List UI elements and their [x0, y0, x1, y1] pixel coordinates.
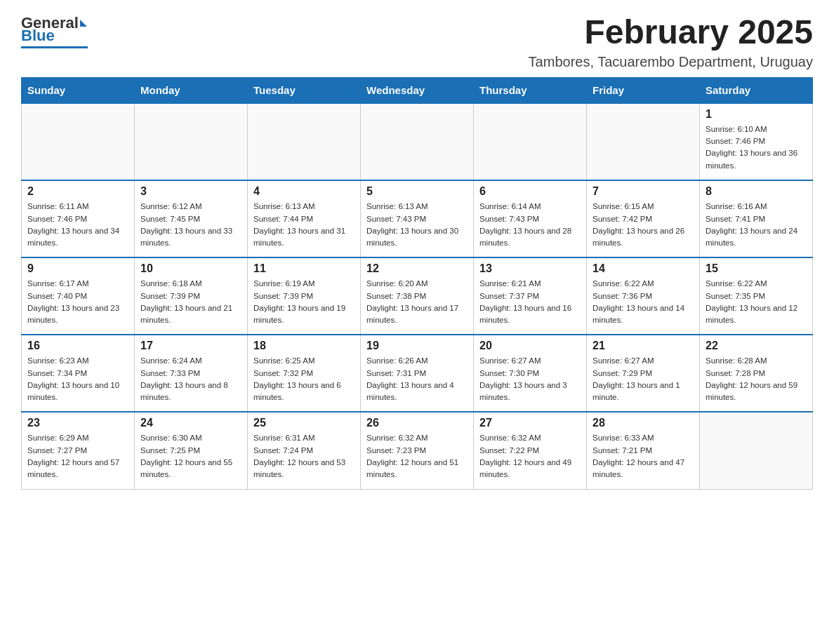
- day-info: Sunrise: 6:32 AMSunset: 7:23 PMDaylight:…: [366, 432, 468, 481]
- calendar-week-1: 1Sunrise: 6:10 AMSunset: 7:46 PMDaylight…: [22, 103, 813, 180]
- day-number: 21: [593, 340, 694, 352]
- day-number: 3: [140, 185, 241, 198]
- day-info: Sunrise: 6:14 AMSunset: 7:43 PMDaylight:…: [479, 201, 581, 249]
- calendar-cell: 15Sunrise: 6:22 AMSunset: 7:35 PMDayligh…: [700, 257, 813, 335]
- day-number: 28: [593, 417, 694, 429]
- day-info: Sunrise: 6:28 AMSunset: 7:28 PMDaylight:…: [706, 355, 807, 403]
- day-number: 19: [366, 340, 468, 352]
- day-info: Sunrise: 6:26 AMSunset: 7:31 PMDaylight:…: [366, 355, 468, 403]
- logo-triangle-icon: [80, 20, 87, 27]
- day-info: Sunrise: 6:13 AMSunset: 7:44 PMDaylight:…: [253, 201, 355, 249]
- day-info: Sunrise: 6:31 AMSunset: 7:24 PMDaylight:…: [253, 432, 355, 481]
- day-number: 26: [366, 417, 468, 429]
- calendar-cell: 19Sunrise: 6:26 AMSunset: 7:31 PMDayligh…: [361, 335, 474, 412]
- calendar-cell: 3Sunrise: 6:12 AMSunset: 7:45 PMDaylight…: [135, 180, 248, 257]
- day-number: 16: [27, 340, 128, 352]
- calendar-cell: 27Sunrise: 6:32 AMSunset: 7:22 PMDayligh…: [474, 412, 587, 489]
- logo-blue-text: Blue: [21, 27, 55, 45]
- calendar-cell: 24Sunrise: 6:30 AMSunset: 7:25 PMDayligh…: [135, 412, 248, 489]
- day-number: 14: [593, 262, 694, 275]
- day-number: 6: [479, 185, 581, 198]
- calendar-cell: [700, 412, 813, 489]
- calendar-cell: 2Sunrise: 6:11 AMSunset: 7:46 PMDaylight…: [22, 180, 135, 257]
- day-number: 5: [366, 185, 468, 198]
- day-number: 10: [140, 262, 241, 275]
- day-number: 18: [253, 340, 355, 352]
- day-info: Sunrise: 6:20 AMSunset: 7:38 PMDaylight:…: [366, 278, 468, 326]
- day-info: Sunrise: 6:19 AMSunset: 7:39 PMDaylight:…: [253, 278, 355, 326]
- calendar-cell: [361, 103, 474, 180]
- day-info: Sunrise: 6:18 AMSunset: 7:39 PMDaylight:…: [140, 278, 241, 326]
- day-info: Sunrise: 6:23 AMSunset: 7:34 PMDaylight:…: [27, 355, 128, 403]
- col-header-sunday: Sunday: [22, 77, 135, 104]
- calendar-cell: 14Sunrise: 6:22 AMSunset: 7:36 PMDayligh…: [587, 257, 700, 335]
- day-number: 27: [479, 417, 581, 429]
- page-header: General Blue February 2025 Tambores, Tac…: [21, 14, 813, 70]
- day-number: 11: [253, 262, 355, 275]
- day-number: 23: [27, 417, 128, 429]
- calendar-week-2: 2Sunrise: 6:11 AMSunset: 7:46 PMDaylight…: [22, 180, 813, 257]
- day-number: 20: [479, 340, 581, 352]
- day-info: Sunrise: 6:17 AMSunset: 7:40 PMDaylight:…: [27, 278, 128, 326]
- day-info: Sunrise: 6:12 AMSunset: 7:45 PMDaylight:…: [140, 201, 241, 249]
- calendar-cell: 9Sunrise: 6:17 AMSunset: 7:40 PMDaylight…: [22, 257, 135, 335]
- calendar-cell: 20Sunrise: 6:27 AMSunset: 7:30 PMDayligh…: [474, 335, 587, 412]
- calendar-cell: 6Sunrise: 6:14 AMSunset: 7:43 PMDaylight…: [474, 180, 587, 257]
- calendar-header-row: SundayMondayTuesdayWednesdayThursdayFrid…: [22, 77, 813, 104]
- calendar-cell: [22, 103, 135, 180]
- day-number: 2: [27, 185, 128, 198]
- calendar-cell: 21Sunrise: 6:27 AMSunset: 7:29 PMDayligh…: [587, 335, 700, 412]
- calendar-cell: 16Sunrise: 6:23 AMSunset: 7:34 PMDayligh…: [22, 335, 135, 412]
- day-number: 9: [27, 262, 128, 275]
- calendar-cell: 26Sunrise: 6:32 AMSunset: 7:23 PMDayligh…: [361, 412, 474, 489]
- day-info: Sunrise: 6:25 AMSunset: 7:32 PMDaylight:…: [253, 355, 355, 403]
- calendar-week-3: 9Sunrise: 6:17 AMSunset: 7:40 PMDaylight…: [22, 257, 813, 335]
- day-info: Sunrise: 6:33 AMSunset: 7:21 PMDaylight:…: [593, 432, 694, 481]
- day-info: Sunrise: 6:22 AMSunset: 7:35 PMDaylight:…: [706, 278, 807, 326]
- day-info: Sunrise: 6:11 AMSunset: 7:46 PMDaylight:…: [27, 201, 128, 249]
- col-header-monday: Monday: [135, 77, 248, 104]
- day-info: Sunrise: 6:16 AMSunset: 7:41 PMDaylight:…: [706, 201, 807, 249]
- day-number: 24: [140, 417, 241, 429]
- calendar-cell: [135, 103, 248, 180]
- calendar-week-4: 16Sunrise: 6:23 AMSunset: 7:34 PMDayligh…: [22, 335, 813, 412]
- calendar-cell: 11Sunrise: 6:19 AMSunset: 7:39 PMDayligh…: [248, 257, 361, 335]
- day-info: Sunrise: 6:30 AMSunset: 7:25 PMDaylight:…: [140, 432, 241, 481]
- calendar-cell: 7Sunrise: 6:15 AMSunset: 7:42 PMDaylight…: [587, 180, 700, 257]
- logo-blue: Blue: [21, 27, 55, 45]
- calendar-cell: [248, 103, 361, 180]
- day-info: Sunrise: 6:22 AMSunset: 7:36 PMDaylight:…: [593, 278, 694, 326]
- day-number: 1: [706, 108, 807, 121]
- day-info: Sunrise: 6:13 AMSunset: 7:43 PMDaylight:…: [366, 201, 468, 249]
- logo-line: [21, 46, 88, 48]
- col-header-thursday: Thursday: [474, 77, 587, 104]
- day-number: 4: [253, 185, 355, 198]
- calendar-cell: [587, 103, 700, 180]
- day-number: 12: [366, 262, 468, 275]
- col-header-friday: Friday: [587, 77, 700, 104]
- calendar-cell: 10Sunrise: 6:18 AMSunset: 7:39 PMDayligh…: [135, 257, 248, 335]
- day-number: 13: [479, 262, 581, 275]
- day-info: Sunrise: 6:32 AMSunset: 7:22 PMDaylight:…: [479, 432, 581, 481]
- calendar-cell: 18Sunrise: 6:25 AMSunset: 7:32 PMDayligh…: [248, 335, 361, 412]
- calendar-cell: 22Sunrise: 6:28 AMSunset: 7:28 PMDayligh…: [700, 335, 813, 412]
- calendar-cell: 1Sunrise: 6:10 AMSunset: 7:46 PMDaylight…: [700, 103, 813, 180]
- col-header-saturday: Saturday: [700, 77, 813, 104]
- col-header-wednesday: Wednesday: [361, 77, 474, 104]
- logo: General Blue: [21, 14, 88, 48]
- day-info: Sunrise: 6:29 AMSunset: 7:27 PMDaylight:…: [27, 432, 128, 481]
- calendar-cell: 12Sunrise: 6:20 AMSunset: 7:38 PMDayligh…: [361, 257, 474, 335]
- day-info: Sunrise: 6:21 AMSunset: 7:37 PMDaylight:…: [479, 278, 581, 326]
- calendar-week-5: 23Sunrise: 6:29 AMSunset: 7:27 PMDayligh…: [22, 412, 813, 489]
- title-area: February 2025 Tambores, Tacuarembo Depar…: [529, 14, 813, 70]
- calendar-cell: 17Sunrise: 6:24 AMSunset: 7:33 PMDayligh…: [135, 335, 248, 412]
- calendar-cell: 8Sunrise: 6:16 AMSunset: 7:41 PMDaylight…: [700, 180, 813, 257]
- day-info: Sunrise: 6:27 AMSunset: 7:30 PMDaylight:…: [479, 355, 581, 403]
- day-info: Sunrise: 6:24 AMSunset: 7:33 PMDaylight:…: [140, 355, 241, 403]
- calendar-cell: 13Sunrise: 6:21 AMSunset: 7:37 PMDayligh…: [474, 257, 587, 335]
- day-info: Sunrise: 6:15 AMSunset: 7:42 PMDaylight:…: [593, 201, 694, 249]
- col-header-tuesday: Tuesday: [248, 77, 361, 104]
- calendar-cell: 25Sunrise: 6:31 AMSunset: 7:24 PMDayligh…: [248, 412, 361, 489]
- month-year-title: February 2025: [529, 14, 813, 51]
- day-number: 15: [706, 262, 807, 275]
